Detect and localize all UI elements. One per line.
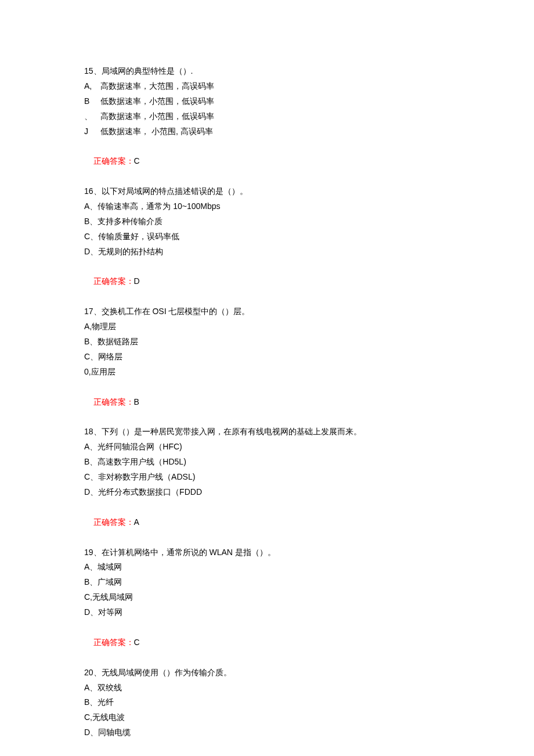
option-line: B、数据链路层 — [84, 334, 464, 350]
answer-value: D — [134, 276, 140, 286]
option-line: C、非对称数字用户线（ADSL) — [84, 470, 464, 485]
option-line: A、光纤同轴混合网（HFC) — [84, 440, 464, 455]
option-line: A、传输速率高，通常为 10~100Mbps — [84, 199, 464, 214]
option-line: B、光纤 — [84, 695, 464, 710]
answer-label: 正确答案： — [93, 276, 134, 286]
option-line: B、支持多种传输介质 — [84, 214, 464, 229]
question-prompt: 20、无线局域网使用（）作为传输介质。 — [84, 665, 464, 681]
answer-line: 正确答案：C — [84, 740, 464, 756]
answer-label: 正确答案： — [93, 397, 134, 406]
option-line: 、 高数据速率，小范围，低误码率 — [84, 109, 464, 124]
option-text: 低数据速率，小范围，低误码率 — [100, 94, 214, 109]
option-line: D、光纤分布式数据接口（FDDD — [84, 485, 464, 500]
answer-label: 正确答案： — [93, 156, 134, 165]
option-line: A,物理层 — [84, 319, 464, 334]
option-line: 0,应用层 — [84, 365, 464, 380]
answer-value: A — [134, 517, 139, 527]
question-prompt: 18、下列（）是一种居民宽带接入网，在原有有线电视网的基础上发展而来。 — [84, 424, 464, 440]
option-line: A、城域网 — [84, 560, 464, 575]
option-line: A、双绞线 — [84, 681, 464, 696]
option-line: C,无线电波 — [84, 710, 464, 725]
answer-value: B — [134, 397, 139, 406]
option-line: A, 高数据速率，大范围，高误码率 — [84, 79, 464, 94]
option-line: D、同轴电缆 — [84, 725, 464, 740]
option-key: A, — [84, 79, 100, 94]
option-text: 高数据速率，小范围，低误码率 — [100, 109, 214, 124]
answer-value: C — [134, 156, 140, 165]
answer-line: 正确答案：B — [84, 380, 464, 425]
option-key: B — [84, 94, 100, 109]
option-key: J — [84, 124, 100, 139]
answer-line: 正确答案：A — [84, 500, 464, 545]
option-line: B、广域网 — [84, 575, 464, 590]
option-line: C、网络层 — [84, 350, 464, 365]
option-line: C,无线局域网 — [84, 590, 464, 605]
question-prompt: 19、在计算机网络中，通常所说的 WLAN 是指（）。 — [84, 545, 464, 560]
answer-line: 正确答案：D — [84, 260, 464, 305]
option-line: C、传输质量好，误码率低 — [84, 229, 464, 244]
option-line: J 低数据速率， 小范围, 高误码率 — [84, 124, 464, 139]
answer-line: 正确答案：C — [84, 139, 464, 184]
answer-value: C — [134, 638, 140, 647]
option-text: 低数据速率， 小范围, 高误码率 — [100, 124, 213, 139]
option-text: 高数据速率，大范围，高误码率 — [100, 79, 214, 94]
question-prompt: 17、交换机工作在 OSI 七层模型中的（）层。 — [84, 304, 464, 319]
option-line: B、高速数字用户线（HD5L) — [84, 455, 464, 470]
document-page: 15、局域网的典型特性是（）. A, 高数据速率，大范围，高误码率 B 低数据速… — [0, 0, 534, 756]
option-key: 、 — [84, 109, 100, 124]
option-line: D、无规则的拓扑结构 — [84, 244, 464, 260]
question-prompt: 16、以下对局域网的特点描述错误的是（）。 — [84, 184, 464, 199]
option-line: B 低数据速率，小范围，低误码率 — [84, 94, 464, 109]
option-line: D、对等网 — [84, 605, 464, 620]
answer-label: 正确答案： — [93, 517, 134, 527]
answer-label: 正确答案： — [93, 638, 134, 647]
answer-line: 正确答案：C — [84, 620, 464, 665]
question-prompt: 15、局域网的典型特性是（）. — [84, 64, 464, 79]
